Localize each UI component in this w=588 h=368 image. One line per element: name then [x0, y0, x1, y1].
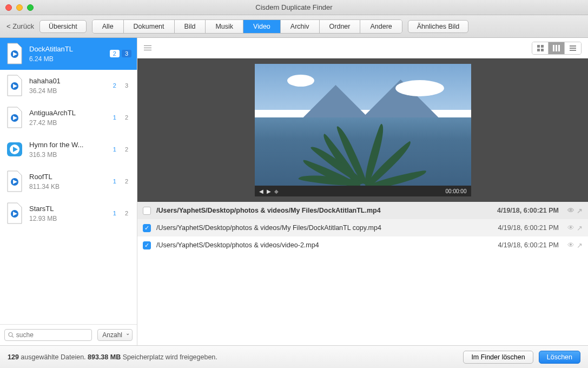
video-preview: ◀︎ ▶ ◆ 00:00:00 [137, 58, 588, 202]
tab-video[interactable]: Video [243, 20, 281, 33]
reveal-icon[interactable]: ↗ [577, 241, 583, 249]
reveal-icon[interactable]: ↗ [577, 207, 583, 215]
svg-rect-9 [537, 45, 540, 48]
file-date: 4/19/18, 6:00:21 PM [497, 207, 559, 214]
tab-dokument[interactable]: Dokument [124, 20, 175, 33]
status-text: 129 ausgewählte Dateien. 893.38 MB Speic… [8, 353, 217, 361]
window-title: Cisdem Duplicate Finder [0, 3, 588, 11]
category-tabs: Alle Dokument Bild Musik Video Archiv Or… [92, 19, 402, 34]
file-path: /Users/YaphetS/Desktop/photos & videos/M… [156, 224, 492, 232]
overview-button[interactable]: Übersicht [39, 20, 87, 33]
video-thumbnail[interactable] [255, 64, 471, 186]
item-size: 811.34 KB [29, 183, 104, 190]
list-item[interactable]: StarsTL 12.93 MB 1 2 [0, 198, 137, 229]
reveal-icon[interactable]: ↗ [577, 224, 583, 232]
time-display: 00:00:00 [446, 188, 467, 194]
list-item[interactable]: DockAtitlanTL 6.24 MB 2 3 [0, 38, 137, 70]
total-count: 2 [122, 146, 131, 153]
file-date: 4/19/18, 6:00:21 PM [498, 224, 559, 232]
item-name: StarsTL [29, 205, 104, 213]
list-item[interactable]: Hymn for the W... 316.3 MB 1 2 [0, 134, 137, 166]
tab-archiv[interactable]: Archiv [281, 20, 320, 33]
search-input[interactable] [16, 331, 89, 339]
item-size: 316.3 MB [29, 151, 104, 159]
quicktime-icon [5, 74, 24, 97]
item-size: 12.93 MB [29, 215, 104, 222]
main-area: DockAtitlanTL 6.24 MB 2 3 hahaha01 36.24… [0, 38, 588, 345]
titlebar: Cisdem Duplicate Finder [0, 0, 588, 15]
delete-button[interactable]: Löschen [539, 351, 580, 364]
sort-dropdown[interactable]: Anzahl [97, 329, 133, 341]
video-play-icon [5, 138, 24, 161]
footer: 129 ausgewählte Dateien. 893.38 MB Speic… [0, 345, 588, 368]
eye-hidden-icon[interactable]: 👁 [567, 224, 574, 232]
eye-hidden-icon[interactable]: 👁 [567, 207, 574, 215]
svg-rect-15 [558, 45, 560, 51]
similar-image-button[interactable]: Ähnliches Bild [408, 20, 469, 33]
total-count: 2 [122, 114, 131, 121]
checkbox[interactable] [143, 224, 151, 232]
total-count: 2 [122, 178, 131, 185]
file-row[interactable]: /Users/YaphetS/Desktop/photos & videos/M… [137, 219, 588, 236]
svg-rect-13 [553, 45, 554, 51]
selected-count: 2 [110, 82, 120, 89]
view-mode-switch [532, 42, 582, 55]
selected-count: 1 [110, 209, 120, 217]
tab-musik[interactable]: Musik [206, 20, 243, 33]
list-item[interactable]: RoofTL 811.34 KB 1 2 [0, 166, 137, 198]
tab-andere[interactable]: Andere [360, 20, 401, 33]
file-list: /Users/YaphetS/Desktop/photos & videos/M… [137, 202, 588, 345]
tab-bild[interactable]: Bild [175, 20, 206, 33]
eye-hidden-icon[interactable]: 👁 [567, 241, 574, 249]
quicktime-icon [5, 42, 24, 65]
back-button[interactable]: < Zurück [6, 22, 34, 30]
sidebar: DockAtitlanTL 6.24 MB 2 3 hahaha01 36.24… [0, 38, 137, 345]
list-item[interactable]: AntiguaArchTL 27.42 MB 1 2 [0, 102, 137, 134]
search-icon [8, 332, 14, 338]
content-toolbar [137, 38, 588, 58]
item-name: DockAtitlanTL [29, 45, 104, 53]
svg-rect-12 [541, 49, 544, 51]
item-name: hahaha01 [29, 77, 104, 85]
progress-dot[interactable]: ◆ [274, 188, 279, 194]
search-input-wrapper[interactable] [4, 329, 92, 341]
grid-view-icon[interactable] [532, 42, 549, 54]
total-count: 3 [122, 50, 131, 57]
tab-alle[interactable]: Alle [93, 20, 124, 33]
selected-count: 1 [110, 114, 120, 121]
volume-icon[interactable]: ◀︎ [259, 188, 263, 194]
content-pane: ◀︎ ▶ ◆ 00:00:00 /Users/YaphetS/Desktop/p… [137, 38, 588, 345]
file-row[interactable]: /Users/YaphetS/Desktop/photos & videos/M… [137, 202, 588, 219]
file-row[interactable]: /Users/YaphetS/Desktop/photos & videos/v… [137, 236, 588, 254]
duplicate-group-list[interactable]: DockAtitlanTL 6.24 MB 2 3 hahaha01 36.24… [0, 38, 137, 324]
item-size: 36.24 MB [29, 87, 104, 95]
list-view-icon[interactable] [565, 42, 581, 54]
svg-rect-10 [541, 45, 544, 48]
svg-line-8 [12, 336, 14, 338]
item-name: AntiguaArchTL [29, 109, 104, 117]
svg-rect-17 [570, 48, 576, 49]
checkbox[interactable] [143, 207, 151, 215]
file-date: 4/19/18, 6:00:21 PM [498, 241, 559, 249]
list-item[interactable]: hahaha01 36.24 MB 2 3 [0, 70, 137, 102]
checkbox[interactable] [143, 241, 151, 249]
quicktime-icon [5, 202, 24, 225]
total-count: 3 [122, 82, 131, 89]
delete-in-finder-button[interactable]: Im Finder löschen [463, 351, 533, 364]
column-view-icon[interactable] [549, 42, 565, 54]
svg-rect-11 [537, 49, 540, 51]
selected-count: 1 [110, 146, 120, 153]
svg-rect-14 [556, 45, 557, 51]
svg-point-7 [9, 333, 12, 337]
total-count: 2 [122, 209, 131, 217]
menu-icon[interactable] [144, 45, 151, 50]
tab-ordner[interactable]: Ordner [320, 20, 361, 33]
svg-rect-16 [570, 45, 576, 47]
quicktime-icon [5, 106, 24, 129]
file-path: /Users/YaphetS/Desktop/photos & videos/v… [156, 241, 492, 249]
item-size: 27.42 MB [29, 119, 104, 127]
play-icon[interactable]: ▶ [267, 188, 271, 194]
quicktime-icon [5, 170, 24, 193]
svg-rect-18 [570, 50, 576, 51]
item-size: 6.24 MB [29, 55, 104, 63]
